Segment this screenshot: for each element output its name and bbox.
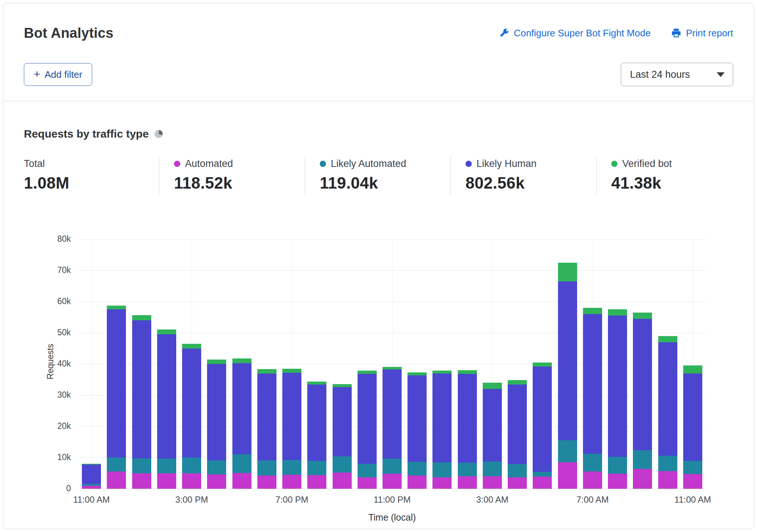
configure-super-bot-fight-mode-link[interactable]: Configure Super Bot Fight Mode (499, 28, 651, 39)
stacked-bar[interactable] (658, 336, 677, 489)
stacked-bar[interactable] (282, 369, 301, 489)
bar-segment-automated (182, 473, 201, 489)
stacked-bar[interactable] (333, 384, 352, 489)
bar-segment-likely-automated (383, 459, 402, 474)
panel-body: Requests by traffic type Total 1.08M Aut… (3, 101, 754, 529)
stacked-bar[interactable] (107, 306, 126, 489)
bar-segment-likely-automated (432, 462, 452, 478)
stacked-bar[interactable] (633, 313, 652, 489)
bar-segment-automated (508, 477, 527, 489)
page-title: Bot Analytics (24, 25, 113, 41)
bar-segment-verified-bot (458, 370, 477, 374)
bar-segment-automated (157, 473, 176, 489)
bar-segment-likely-human (82, 464, 101, 484)
stat-total-value: 1.08M (24, 174, 159, 192)
automated-legend-dot (174, 161, 180, 167)
bar-segment-likely-automated (583, 454, 602, 471)
stacked-bar[interactable] (408, 372, 427, 489)
stacked-bar[interactable] (207, 360, 226, 489)
bar-segment-likely-human (508, 385, 527, 464)
bar-segment-automated (132, 473, 151, 489)
bar-segment-likely-human (558, 281, 577, 441)
bar-segment-likely-human (608, 316, 627, 457)
time-range-select[interactable]: Last 24 hours (621, 63, 733, 86)
bar-segment-automated (533, 477, 552, 489)
horizontal-gridline (79, 239, 705, 240)
bar-segment-likely-human (182, 349, 201, 458)
bar-segment-likely-automated (282, 460, 301, 475)
bar-segment-verified-bot (358, 371, 377, 374)
bar-segment-verified-bot (232, 358, 251, 364)
bar-segment-likely-automated (307, 461, 326, 475)
bar-segment-likely-automated (132, 458, 151, 474)
stacked-bar[interactable] (683, 365, 702, 489)
bar-segment-likely-automated (107, 458, 126, 471)
bar-segment-automated (408, 475, 427, 489)
add-filter-label: Add filter (45, 69, 83, 80)
stat-likely-human-value: 802.56k (466, 174, 596, 192)
stacked-bar[interactable] (182, 344, 201, 489)
stacked-bar[interactable] (533, 362, 552, 489)
bar-segment-automated (583, 471, 602, 489)
bar-segment-likely-automated (458, 463, 477, 476)
bar-segment-likely-automated (633, 450, 652, 469)
stacked-bar[interactable] (82, 464, 101, 489)
stacked-bar[interactable] (483, 383, 502, 489)
stacked-bar[interactable] (358, 371, 377, 489)
bar-segment-automated (107, 471, 126, 489)
bar-segment-verified-bot (558, 263, 577, 281)
bar-segment-verified-bot (432, 371, 452, 374)
bar-segment-likely-automated (683, 461, 702, 474)
bar-segment-likely-human (432, 374, 452, 462)
stacked-bar[interactable] (608, 309, 627, 489)
stacked-bar[interactable] (458, 370, 477, 489)
bar-segment-automated (633, 469, 652, 489)
stacked-bar[interactable] (558, 263, 577, 489)
likely-automated-legend-dot (320, 161, 326, 167)
bar-segment-likely-human (232, 363, 251, 454)
stacked-bar[interactable] (383, 367, 402, 489)
stacked-bar[interactable] (583, 308, 602, 489)
bar-segment-likely-human (307, 385, 326, 461)
bar-segment-likely-human (658, 342, 677, 456)
y-tick-label: 30k (24, 390, 71, 400)
print-report-link[interactable]: Print report (671, 28, 733, 39)
traffic-type-stats: Total 1.08M Automated 118.52k Likely Aut… (24, 156, 733, 195)
stat-automated-value: 118.52k (174, 174, 305, 192)
stat-total: Total 1.08M (24, 156, 159, 195)
stat-likely-automated-value: 119.04k (320, 174, 450, 192)
bar-segment-likely-human (358, 374, 377, 464)
x-tick-label: 11:00 AM (58, 495, 124, 505)
stat-automated: Automated 118.52k (159, 156, 305, 195)
y-tick-label: 70k (24, 265, 71, 275)
bar-segment-automated (82, 486, 101, 489)
bar-segment-verified-bot (207, 360, 226, 364)
stacked-bar[interactable] (157, 329, 176, 489)
bar-segment-likely-automated (182, 458, 201, 473)
bar-segment-likely-automated (408, 462, 427, 475)
bar-segment-likely-automated (558, 440, 577, 462)
bar-segment-verified-bot (182, 344, 201, 349)
bar-segment-likely-automated (358, 464, 377, 477)
likely-human-legend-dot (466, 161, 472, 167)
y-tick-label: 80k (24, 234, 71, 244)
time-range-value: Last 24 hours (630, 69, 690, 80)
stacked-bar[interactable] (257, 369, 276, 489)
stacked-bar[interactable] (432, 371, 452, 489)
pie-chart-icon (155, 130, 163, 138)
stacked-bar[interactable] (132, 315, 151, 489)
bar-segment-verified-bot (257, 369, 276, 374)
bar-segment-likely-automated (658, 456, 677, 471)
print-link-label: Print report (686, 28, 733, 39)
bar-segment-likely-human (282, 373, 301, 460)
section-title: Requests by traffic type (24, 128, 149, 140)
stacked-bar[interactable] (307, 382, 326, 489)
bar-segment-verified-bot (408, 372, 427, 376)
bar-segment-likely-automated (257, 460, 276, 476)
horizontal-gridline (79, 302, 705, 302)
bar-segment-likely-human (132, 320, 151, 458)
stacked-bar[interactable] (508, 380, 527, 489)
bar-segment-automated (608, 474, 627, 489)
add-filter-button[interactable]: + Add filter (24, 63, 92, 86)
stacked-bar[interactable] (232, 358, 251, 489)
